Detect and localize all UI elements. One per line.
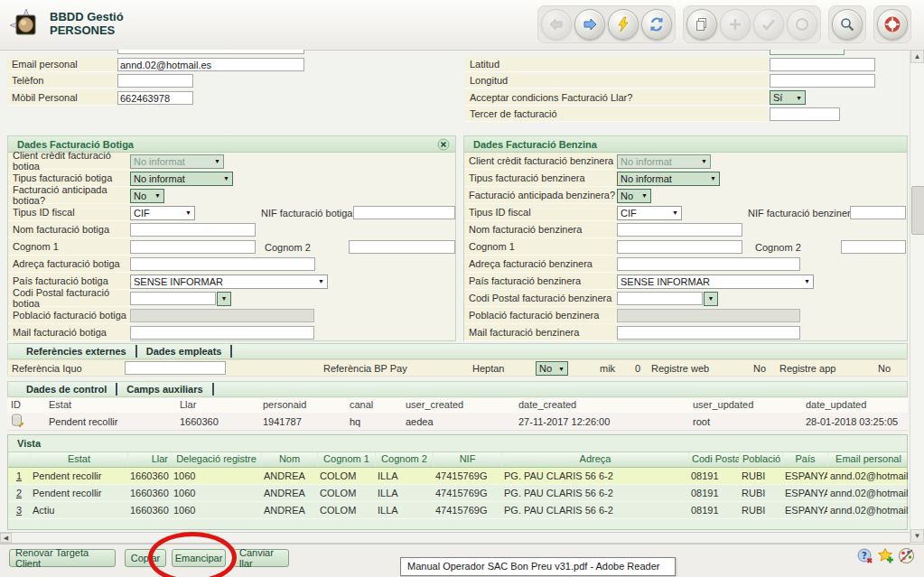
tercer-facturacio-input[interactable] (770, 107, 840, 121)
client-credit-benzinera-select[interactable]: No informat (617, 154, 711, 169)
tipus-facturacio-benzinera-select[interactable]: No informat (617, 172, 720, 186)
dropdown-arrow-icon (668, 209, 678, 216)
pais-benzinera-select[interactable]: SENSE INFORMAR (617, 275, 814, 289)
vista-table-row[interactable]: 1 Pendent recollir 1660360 1060 ANDREA C… (8, 468, 907, 485)
refresh-button[interactable] (641, 9, 672, 40)
codi-postal-benzinera-input[interactable] (617, 292, 703, 305)
acceptar-condicions-select[interactable]: Sí (770, 90, 806, 105)
vertical-scrollbar[interactable] (910, 50, 924, 544)
refresh-icon (649, 16, 665, 33)
anticipada-botiga-select[interactable]: No (130, 189, 164, 203)
referencies-tabbar: Referències externes Dades empleats (7, 343, 908, 359)
svg-text:?: ? (862, 551, 867, 561)
cognom2-benzinera-input[interactable] (841, 240, 906, 254)
toolbar-record-group (683, 5, 821, 43)
tipus-id-fiscal-botiga-select[interactable]: CIF (130, 206, 195, 220)
clipped-select (770, 50, 845, 55)
cognom2-botiga-input[interactable] (349, 240, 455, 254)
help-remove-icon[interactable]: ? (856, 547, 873, 564)
telefon-label: Telèfon (7, 73, 117, 88)
horizontal-scrollbar[interactable] (0, 532, 910, 544)
lightning-icon (615, 16, 631, 33)
dropdown-arrow-icon (210, 158, 220, 164)
clipped-input (117, 50, 304, 54)
copiar-button[interactable]: Copiar (125, 549, 166, 567)
nom-benzinera-input[interactable] (617, 223, 742, 237)
row-number-link[interactable]: 1 (8, 470, 30, 482)
palette-icon[interactable] (898, 547, 915, 564)
page-title: BBDD Gestió PERSONES (50, 10, 124, 37)
vista-table-row[interactable]: 3 Actiu 1660360 1060 ANDREA COLOM ILLA 4… (8, 502, 907, 519)
telefon-input[interactable] (117, 74, 193, 88)
dropdown-arrow-icon (219, 175, 229, 181)
mik-label: mik (600, 363, 615, 374)
scrollbar-thumb[interactable] (911, 186, 924, 235)
scroll-down-button[interactable] (910, 529, 924, 543)
mail-botiga-input[interactable] (130, 326, 314, 340)
tab-camps-auxiliars[interactable]: Camps auxiliars (117, 383, 213, 396)
adreca-botiga-input[interactable] (130, 257, 315, 271)
cognom1-botiga-input[interactable] (130, 240, 256, 254)
tab-referencies-externes[interactable]: Referències externes (17, 345, 137, 358)
nif-botiga-input[interactable] (353, 206, 455, 219)
search-button[interactable] (832, 9, 863, 40)
codi-postal-benzinera-label: Codi Postal facturació benzinera (464, 290, 617, 307)
registre-app-label: Registre app (779, 363, 835, 374)
tab-dades-de-control[interactable]: Dades de control (17, 383, 117, 396)
add-button[interactable] (720, 9, 751, 40)
longitud-label: Longitud (465, 73, 768, 88)
codi-postal-botiga-dropdown-button[interactable] (217, 292, 231, 306)
mail-benzinera-input[interactable] (617, 326, 800, 340)
control-table-header: ID Estat Llar personaid canal user_creat… (7, 398, 908, 414)
mail-benzinera-label: Mail facturació benzinera (464, 324, 617, 341)
client-credit-botiga-select[interactable]: No informat (130, 154, 224, 169)
run-button[interactable] (608, 9, 639, 40)
close-icon[interactable] (437, 138, 450, 151)
previous-button[interactable] (541, 9, 572, 40)
emancipar-button[interactable]: Emancipar (172, 549, 226, 567)
tipus-id-fiscal-benzinera-select[interactable]: CIF (617, 206, 682, 220)
vista-table-header: Estat Llar Delegació registre Nom Cognom… (8, 451, 907, 468)
row-number-link[interactable]: 3 (8, 504, 30, 517)
mobil-personal-label: Mòbil Personal (7, 90, 117, 106)
scroll-up-button[interactable] (910, 50, 924, 63)
validate-button[interactable] (753, 9, 784, 40)
tipus-facturacio-botiga-select[interactable]: No informat (130, 172, 233, 186)
poblacio-botiga-input (130, 309, 314, 322)
nif-botiga-label: NIF facturació botiga (261, 208, 353, 219)
nom-botiga-label: Nom facturació botiga (8, 221, 130, 238)
vista-table-row[interactable]: 2 Pendent recollir 1660360 1060 ANDREA C… (8, 485, 907, 502)
star-add-icon[interactable] (877, 547, 894, 564)
nom-botiga-input[interactable] (130, 223, 256, 237)
dropdown-arrow-icon (638, 192, 648, 199)
row-number-link[interactable]: 2 (8, 487, 30, 499)
cognom1-benzinera-input[interactable] (617, 240, 742, 254)
adreca-benzinera-input[interactable] (617, 257, 800, 271)
codi-postal-benzinera-dropdown-button[interactable] (704, 292, 718, 306)
heptan-select[interactable]: No (536, 361, 568, 376)
toolbar-nav-group (537, 5, 676, 43)
codi-postal-botiga-input[interactable] (130, 292, 216, 305)
copy-button[interactable] (686, 9, 717, 40)
nom-benzinera-label: Nom facturació benzinera (464, 221, 617, 238)
tab-dades-empleats[interactable]: Dades empleats (137, 345, 233, 358)
mobil-personal-input[interactable] (117, 91, 193, 105)
check-icon (761, 16, 777, 33)
delete-button[interactable] (787, 9, 817, 40)
renovar-targeta-client-button[interactable]: Renovar Targeta Client (9, 549, 116, 567)
email-personal-input[interactable] (117, 58, 304, 71)
control-table-row[interactable]: Pendent recollir 1660360 1941787 hq aede… (7, 413, 908, 431)
anticipada-benzinera-label: Facturació anticipada benzinera? (464, 187, 617, 204)
forward-button[interactable] (574, 9, 605, 40)
longitud-input[interactable] (770, 74, 875, 88)
botiga-section: Dades Facturació Botiga Client crèdit fa… (7, 135, 456, 341)
nif-benzinera-input[interactable] (850, 206, 906, 219)
anticipada-benzinera-select[interactable]: No (617, 189, 651, 203)
referencia-iquo-input[interactable] (125, 361, 226, 375)
canviar-llar-button[interactable]: Canviar llar (233, 549, 289, 567)
pais-botiga-select[interactable]: SENSE INFORMAR (130, 275, 328, 289)
dropdown-arrow-icon (314, 278, 324, 284)
exit-button[interactable] (877, 9, 908, 40)
latitud-input[interactable] (770, 58, 875, 71)
scroll-left-button[interactable] (0, 533, 12, 543)
